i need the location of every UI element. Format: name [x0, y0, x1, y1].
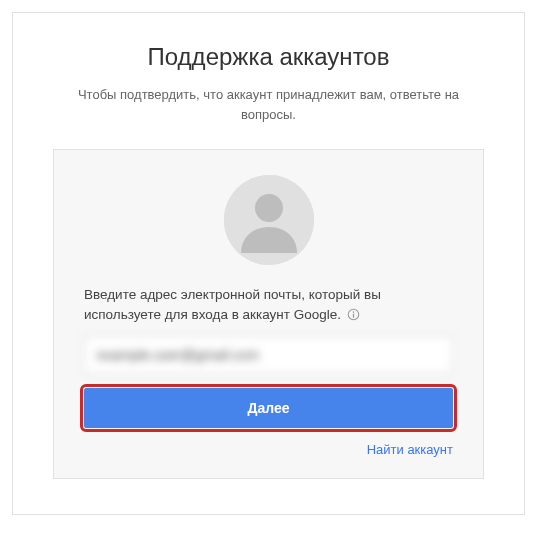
recovery-card: Введите адрес электронной почты, который… [53, 149, 484, 479]
page-title: Поддержка аккаунтов [53, 43, 484, 71]
person-icon [224, 175, 314, 265]
next-button[interactable]: Далее [84, 388, 453, 428]
svg-rect-4 [353, 313, 354, 317]
instruction-text: Введите адрес электронной почты, который… [84, 285, 453, 324]
avatar-container [84, 175, 453, 265]
info-icon[interactable] [347, 308, 360, 321]
instruction-label: Введите адрес электронной почты, который… [84, 287, 381, 322]
svg-point-1 [255, 194, 283, 222]
find-account-row: Найти аккаунт [84, 440, 453, 458]
page-subtitle: Чтобы подтвердить, что аккаунт принадлеж… [53, 85, 484, 124]
account-support-page: Поддержка аккаунтов Чтобы подтвердить, ч… [12, 12, 525, 515]
email-field[interactable] [84, 336, 453, 374]
avatar [224, 175, 314, 265]
find-account-link[interactable]: Найти аккаунт [367, 442, 453, 457]
svg-point-3 [352, 311, 354, 313]
